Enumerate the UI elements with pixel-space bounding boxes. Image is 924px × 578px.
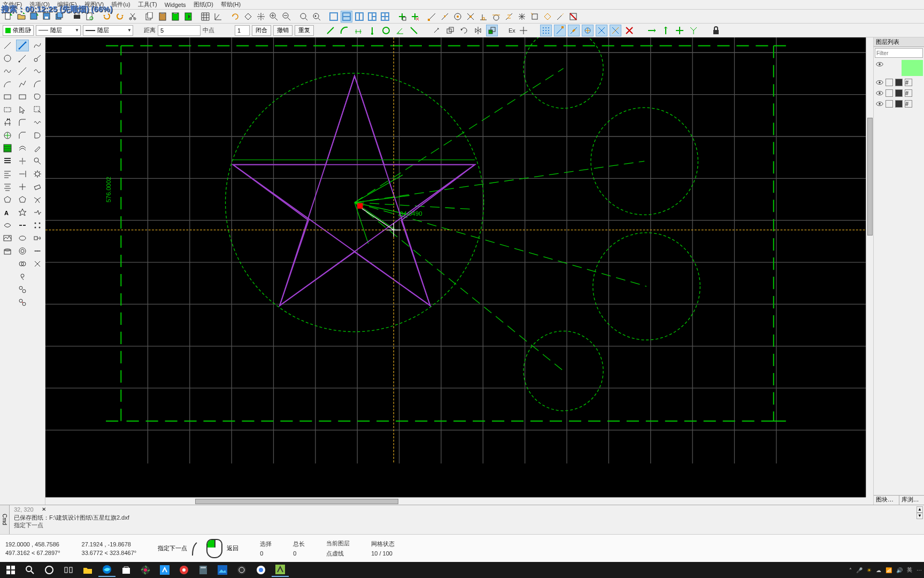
cmd-scroll[interactable]: ▲▼ <box>917 506 923 519</box>
snap-arc-icon[interactable] <box>338 25 350 36</box>
fillet-tool-icon[interactable] <box>16 117 29 128</box>
text-list-tool-icon[interactable] <box>1 155 14 167</box>
divide-tool-icon[interactable] <box>31 245 44 257</box>
repeat-button[interactable]: 重复 <box>295 25 314 36</box>
ortho-v-icon[interactable] <box>660 25 672 36</box>
menu-plugin[interactable]: 插件(u) <box>111 1 130 9</box>
gear-tool-icon[interactable] <box>31 168 44 180</box>
del-view-icon[interactable] <box>409 11 421 22</box>
undo-button[interactable]: 撤销 <box>273 25 292 36</box>
stretch-tool-icon[interactable] <box>31 232 44 244</box>
line-2pt-tool-icon[interactable] <box>16 40 29 51</box>
area-select-tool-icon[interactable] <box>31 104 44 116</box>
v-scrollbar[interactable] <box>866 37 873 497</box>
snap-dim-icon[interactable] <box>352 25 364 36</box>
region2-tool-icon[interactable] <box>31 130 44 141</box>
app1-icon[interactable] <box>156 563 173 577</box>
zoom-in-icon[interactable] <box>268 11 280 22</box>
modify-move-icon[interactable] <box>430 25 442 36</box>
snap-ext-icon[interactable] <box>555 11 566 22</box>
zoom-previous-icon[interactable] <box>311 11 322 22</box>
count-input[interactable] <box>235 25 250 36</box>
linetype-combo[interactable]: 随层▼ <box>36 25 81 36</box>
layer-row-2[interactable]: # <box>874 88 924 98</box>
close-polyline-button[interactable]: 闭合 <box>252 25 271 36</box>
osnap-int2-icon[interactable] <box>596 25 607 36</box>
obs-icon[interactable] <box>233 563 250 577</box>
rect2-tool-icon[interactable] <box>16 91 29 103</box>
tangent-line-tool-icon[interactable] <box>31 52 44 64</box>
explode-tool-icon[interactable] <box>31 194 44 206</box>
zoom-extents-icon[interactable] <box>242 11 254 22</box>
cut-icon[interactable] <box>127 11 138 22</box>
view-single-icon[interactable] <box>328 11 340 22</box>
grid-toggle-icon[interactable] <box>199 11 211 22</box>
paste-icon[interactable] <box>157 11 168 22</box>
block-tool-icon[interactable] <box>1 245 14 257</box>
layer-row-0[interactable] <box>874 59 900 70</box>
pline-tool-icon[interactable] <box>16 78 29 90</box>
offset-tool-icon[interactable] <box>16 142 29 154</box>
cloud-tool-icon[interactable] <box>16 271 29 283</box>
snap-perp-icon[interactable] <box>478 11 489 22</box>
view-3-icon[interactable] <box>366 11 378 22</box>
lock-icon[interactable] <box>710 25 722 36</box>
polar-icon[interactable] <box>688 25 699 36</box>
group-tool-icon[interactable] <box>16 284 29 295</box>
select-tool-icon[interactable] <box>1 104 14 116</box>
rect-tool-icon[interactable] <box>1 91 14 103</box>
cmd-close-icon[interactable]: ✕ <box>42 506 48 513</box>
polygon2-tool-icon[interactable] <box>16 194 29 206</box>
arc-tool-icon[interactable] <box>1 78 14 90</box>
zoom-window-icon[interactable] <box>229 11 241 22</box>
menu-widgets[interactable]: Widgets <box>165 2 186 8</box>
join-tool-icon[interactable] <box>31 207 44 218</box>
snap-tangent2-icon[interactable] <box>408 25 420 36</box>
blocks-tab[interactable]: 图块… <box>874 496 899 505</box>
cad-app-icon[interactable] <box>272 563 289 577</box>
edge-icon[interactable] <box>98 563 116 577</box>
modify-rotate-icon[interactable] <box>458 25 470 36</box>
music-icon[interactable] <box>175 563 192 577</box>
curve-tool-icon[interactable] <box>31 78 44 90</box>
grid-snap-icon[interactable] <box>540 25 552 36</box>
modify-copy-icon[interactable] <box>444 25 456 36</box>
layer-combo[interactable]: 依图层▼ <box>3 25 34 36</box>
ortho-h-icon[interactable] <box>646 25 658 36</box>
tray-mic-icon[interactable]: 🎤 <box>856 567 863 573</box>
osnap-mid2-icon[interactable] <box>568 25 580 36</box>
chamfer-tool-icon[interactable] <box>16 130 29 141</box>
layer-row-3[interactable]: # <box>874 98 924 109</box>
zoom-out-icon[interactable] <box>281 11 292 22</box>
image-tool-icon[interactable] <box>1 232 14 244</box>
snap-angle-icon[interactable] <box>394 25 406 36</box>
erase-tool-icon[interactable] <box>31 181 44 193</box>
lasso-tool-icon[interactable] <box>31 91 44 103</box>
dimension-tool-icon[interactable]: A <box>1 117 14 128</box>
point-tool-icon[interactable] <box>16 181 29 193</box>
snap-node-icon[interactable] <box>516 11 528 22</box>
text-tool-icon[interactable]: A <box>1 207 14 218</box>
tray-more-icon[interactable]: ⋯ <box>917 567 922 573</box>
calc-icon[interactable] <box>195 563 212 577</box>
inspect-tool-icon[interactable] <box>31 155 44 167</box>
snap-center-icon[interactable] <box>452 11 464 22</box>
modify-scale-icon[interactable] <box>486 25 498 36</box>
wave-tool-icon[interactable] <box>31 65 44 77</box>
menu-help[interactable]: 帮助(H) <box>221 1 241 9</box>
spline-tool-icon[interactable] <box>1 65 14 77</box>
hatch-tool-icon[interactable] <box>1 142 14 154</box>
menu-tools[interactable]: 工具(T) <box>138 1 157 9</box>
paint-tool-icon[interactable] <box>31 142 44 154</box>
ray-tool-icon[interactable] <box>16 52 29 64</box>
circle-tool-icon[interactable] <box>1 52 14 64</box>
tray-chevron-icon[interactable]: ˄ <box>849 567 852 573</box>
osnap-off-icon[interactable] <box>623 25 635 36</box>
tray-volume-icon[interactable]: 🔊 <box>896 567 903 573</box>
redo-icon[interactable] <box>114 11 126 22</box>
snap-mid-icon[interactable] <box>439 11 451 22</box>
image-icon[interactable] <box>214 563 231 577</box>
drawing-canvas[interactable]: 576.0002 94.0490 <box>45 37 873 463</box>
snap-tan-icon[interactable] <box>490 11 502 22</box>
tray-cloud-icon[interactable]: ☁ <box>876 567 881 573</box>
